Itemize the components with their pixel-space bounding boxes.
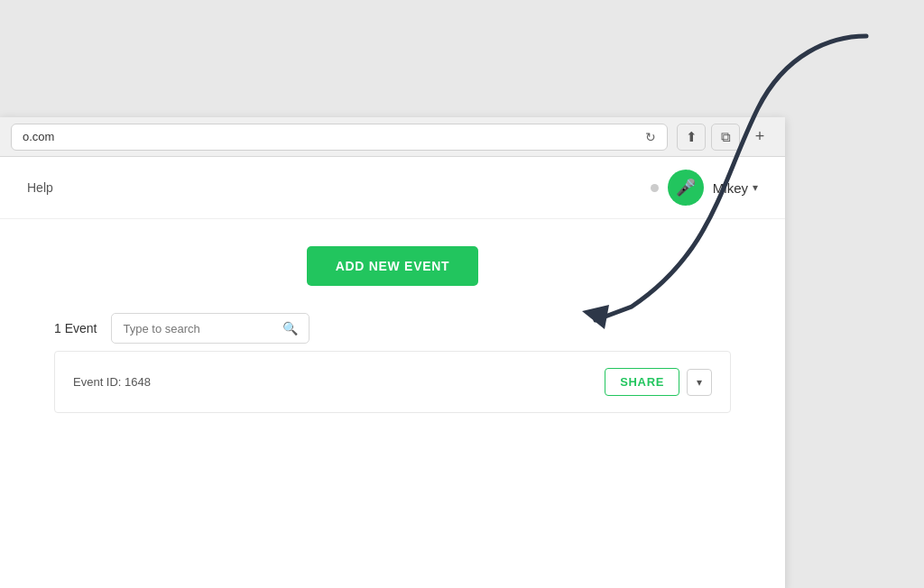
share-button-browser[interactable]: ⬆	[677, 124, 706, 151]
right-panel	[771, 0, 924, 588]
events-header: 1 Event 🔍	[27, 313, 758, 344]
event-actions: SHARE ▾	[605, 368, 712, 396]
search-box: 🔍	[111, 313, 310, 344]
browser-window: o.com ↻ ⬆ ⧉ + Help 🎤 M	[0, 117, 785, 588]
duplicate-button[interactable]: ⧉	[711, 124, 740, 151]
duplicate-icon: ⧉	[721, 129, 731, 145]
event-dropdown-button[interactable]: ▾	[687, 369, 712, 396]
add-new-event-button[interactable]: ADD NEW EVENT	[307, 246, 479, 286]
search-input[interactable]	[123, 322, 275, 335]
new-tab-button[interactable]: +	[745, 124, 774, 151]
chevron-down-icon: ▾	[697, 376, 702, 389]
action-row: ADD NEW EVENT	[27, 246, 758, 286]
plus-icon: +	[755, 127, 765, 146]
microphone-icon: 🎤	[676, 178, 696, 198]
share-event-button[interactable]: SHARE	[605, 368, 679, 396]
user-avatar: 🎤	[668, 170, 704, 206]
status-dot	[651, 184, 659, 192]
browser-chrome: o.com ↻ ⬆ ⧉ +	[0, 117, 785, 157]
help-link[interactable]: Help	[27, 180, 53, 195]
user-area: 🎤 Mikey ▾	[651, 170, 758, 206]
share-icon: ⬆	[686, 129, 698, 145]
search-icon: 🔍	[282, 321, 298, 335]
event-list: Event ID: 1648 SHARE ▾	[54, 351, 731, 413]
address-text: o.com	[23, 130, 54, 143]
app-content: Help 🎤 Mikey ▾ ADD NEW EVENT 1 Event	[0, 157, 785, 588]
app-header: Help 🎤 Mikey ▾	[0, 157, 785, 219]
event-count: 1 Event	[54, 321, 97, 335]
user-name: Mikey	[713, 180, 748, 196]
table-row: Event ID: 1648 SHARE ▾	[55, 352, 730, 412]
reload-icon[interactable]: ↻	[645, 130, 656, 144]
user-name-dropdown[interactable]: Mikey ▾	[713, 180, 758, 196]
address-bar[interactable]: o.com ↻	[11, 124, 668, 151]
event-id-label: Event ID: 1648	[73, 375, 151, 389]
main-content: ADD NEW EVENT 1 Event 🔍 Event ID: 1648 S…	[0, 219, 785, 431]
browser-actions: ⬆ ⧉ +	[677, 124, 774, 151]
chevron-down-icon: ▾	[753, 181, 758, 194]
